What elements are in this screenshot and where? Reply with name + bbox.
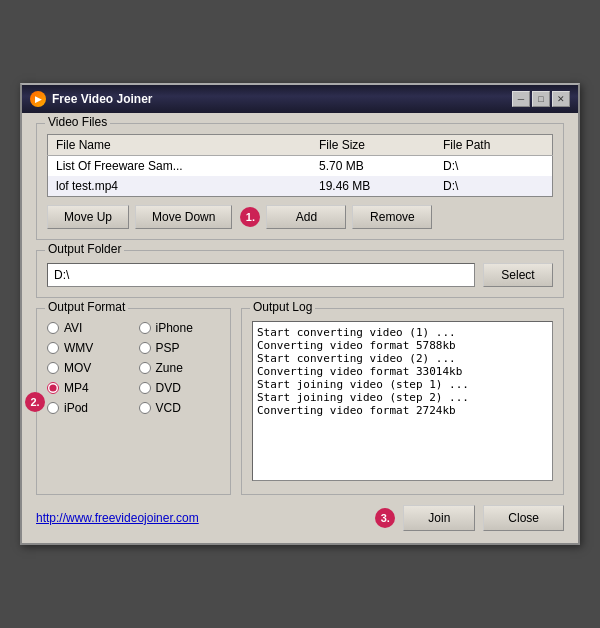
format-label-psp: PSP	[156, 341, 180, 355]
join-button[interactable]: Join	[403, 505, 475, 531]
table-cell-name: List Of Freeware Sam...	[48, 156, 312, 177]
output-path-input[interactable]	[47, 263, 475, 287]
col-filepath: File Path	[435, 135, 553, 156]
table-row[interactable]: List Of Freeware Sam...5.70 MBD:\	[48, 156, 553, 177]
close-window-button[interactable]: ✕	[552, 91, 570, 107]
move-down-button[interactable]: Move Down	[135, 205, 232, 229]
title-bar: ▶ Free Video Joiner ─ □ ✕	[22, 85, 578, 113]
lower-row: 2. Output Format AVIiPhoneWMVPSPMOVZuneM…	[36, 308, 564, 495]
format-label-wmv: WMV	[64, 341, 93, 355]
title-controls: ─ □ ✕	[512, 91, 570, 107]
format-option-zune[interactable]: Zune	[139, 361, 221, 375]
format-option-dvd[interactable]: DVD	[139, 381, 221, 395]
format-label-avi: AVI	[64, 321, 82, 335]
format-radio-mov[interactable]	[47, 362, 59, 374]
format-radio-wmv[interactable]	[47, 342, 59, 354]
main-window: ▶ Free Video Joiner ─ □ ✕ Video Files Fi…	[20, 83, 580, 545]
minimize-button[interactable]: ─	[512, 91, 530, 107]
format-grid: AVIiPhoneWMVPSPMOVZuneMP4DVDiPodVCD	[47, 321, 220, 415]
file-buttons-row: Move Up Move Down 1. Add Remove	[47, 205, 553, 229]
bottom-row: http://www.freevideojoiner.com 3. Join C…	[36, 505, 564, 531]
format-option-mp4[interactable]: MP4	[47, 381, 129, 395]
output-log-label: Output Log	[250, 300, 315, 314]
col-filesize: File Size	[311, 135, 435, 156]
table-cell-size: 5.70 MB	[311, 156, 435, 177]
website-link[interactable]: http://www.freevideojoiner.com	[36, 511, 199, 525]
format-label-vcd: VCD	[156, 401, 181, 415]
format-radio-mp4[interactable]	[47, 382, 59, 394]
step2-badge: 2.	[25, 392, 45, 412]
format-label-mov: MOV	[64, 361, 91, 375]
format-radio-vcd[interactable]	[139, 402, 151, 414]
video-files-group: Video Files File Name File Size File Pat…	[36, 123, 564, 240]
format-option-mov[interactable]: MOV	[47, 361, 129, 375]
format-radio-avi[interactable]	[47, 322, 59, 334]
format-radio-zune[interactable]	[139, 362, 151, 374]
format-label-ipod: iPod	[64, 401, 88, 415]
format-radio-dvd[interactable]	[139, 382, 151, 394]
format-label-dvd: DVD	[156, 381, 181, 395]
log-textarea[interactable]	[252, 321, 553, 481]
table-cell-size: 19.46 MB	[311, 176, 435, 197]
format-option-psp[interactable]: PSP	[139, 341, 221, 355]
format-radio-psp[interactable]	[139, 342, 151, 354]
format-option-ipod[interactable]: iPod	[47, 401, 129, 415]
title-bar-left: ▶ Free Video Joiner	[30, 91, 152, 107]
output-folder-label: Output Folder	[45, 242, 124, 256]
output-folder-row: Select	[47, 263, 553, 287]
format-label-mp4: MP4	[64, 381, 89, 395]
step3-badge: 3.	[375, 508, 395, 528]
col-filename: File Name	[48, 135, 312, 156]
table-cell-name: lof test.mp4	[48, 176, 312, 197]
select-button[interactable]: Select	[483, 263, 553, 287]
window-content: Video Files File Name File Size File Pat…	[22, 113, 578, 543]
table-cell-path: D:\	[435, 176, 553, 197]
table-row[interactable]: lof test.mp419.46 MBD:\	[48, 176, 553, 197]
output-format-group: 2. Output Format AVIiPhoneWMVPSPMOVZuneM…	[36, 308, 231, 495]
close-button[interactable]: Close	[483, 505, 564, 531]
move-up-button[interactable]: Move Up	[47, 205, 129, 229]
table-cell-path: D:\	[435, 156, 553, 177]
output-format-label: Output Format	[45, 300, 128, 314]
app-icon: ▶	[30, 91, 46, 107]
restore-button[interactable]: □	[532, 91, 550, 107]
format-label-iphone: iPhone	[156, 321, 193, 335]
output-log-group: Output Log	[241, 308, 564, 495]
video-files-label: Video Files	[45, 115, 110, 129]
format-option-iphone[interactable]: iPhone	[139, 321, 221, 335]
format-label-zune: Zune	[156, 361, 183, 375]
file-table: File Name File Size File Path List Of Fr…	[47, 134, 553, 197]
step1-badge: 1.	[240, 207, 260, 227]
format-option-wmv[interactable]: WMV	[47, 341, 129, 355]
format-radio-iphone[interactable]	[139, 322, 151, 334]
bottom-buttons: 3. Join Close	[373, 505, 564, 531]
format-radio-ipod[interactable]	[47, 402, 59, 414]
format-option-avi[interactable]: AVI	[47, 321, 129, 335]
add-button[interactable]: Add	[266, 205, 346, 229]
format-option-vcd[interactable]: VCD	[139, 401, 221, 415]
window-title: Free Video Joiner	[52, 92, 152, 106]
remove-button[interactable]: Remove	[352, 205, 432, 229]
output-folder-group: Output Folder Select	[36, 250, 564, 298]
